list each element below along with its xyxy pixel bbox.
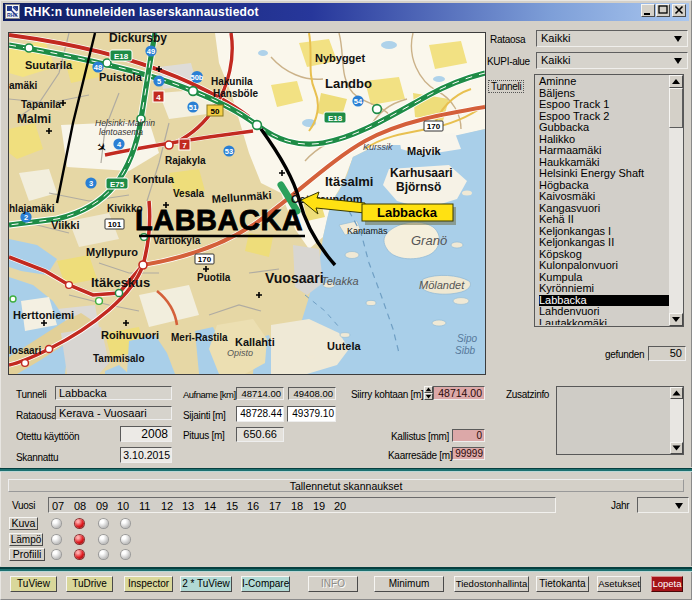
svg-text:170: 170 (198, 255, 212, 264)
svg-text:50b: 50b (191, 73, 204, 82)
svg-text:losaari: losaari (9, 345, 41, 356)
svg-text:Telakka: Telakka (321, 275, 359, 287)
svg-text:7: 7 (182, 141, 187, 150)
svg-text:Granö: Granö (411, 233, 447, 248)
svg-text:Sipo: Sipo (457, 333, 477, 344)
svg-text:50: 50 (211, 107, 220, 116)
svg-text:Rajakyla: Rajakyla (165, 155, 206, 166)
svg-text:Kantamäs: Kantamäs (347, 226, 388, 236)
svg-text:170: 170 (427, 122, 441, 131)
svg-text:hlajamäki: hlajamäki (9, 203, 55, 214)
svg-text:E18: E18 (328, 114, 343, 123)
svg-text:amäki: amäki (9, 80, 38, 91)
svg-text:Tammisalo: Tammisalo (93, 353, 145, 364)
svg-text:Kontula: Kontula (133, 173, 175, 185)
svg-text:Herttoniemi: Herttoniemi (13, 309, 74, 321)
svg-text:RHK: RHK (7, 12, 18, 18)
svg-text:Opisto: Opisto (227, 348, 253, 358)
svg-text:Roihuvuori: Roihuvuori (101, 329, 159, 341)
svg-text:Majvik: Majvik (407, 145, 442, 157)
svg-text:Dickursby: Dickursby (109, 33, 167, 45)
svg-text:Landbo: Landbo (325, 76, 372, 91)
svg-text:Hansböle: Hansböle (213, 88, 258, 99)
svg-text:Kurssik: Kurssik (363, 142, 393, 152)
svg-text:lentoasema: lentoasema (99, 127, 143, 137)
svg-text:Hakunila: Hakunila (211, 76, 253, 87)
svg-text:Viikki: Viikki (51, 219, 80, 231)
svg-text:Tapanila: Tapanila (21, 99, 61, 110)
svg-text:49: 49 (147, 47, 155, 56)
svg-text:Vuosaari: Vuosaari (265, 270, 324, 286)
svg-text:53: 53 (225, 147, 233, 156)
svg-text:LABBACKA: LABBACKA (135, 204, 303, 236)
svg-text:Puotila: Puotila (197, 272, 231, 283)
svg-text:101: 101 (108, 220, 122, 229)
svg-text:Mölandet: Mölandet (419, 279, 465, 291)
svg-text:Itäsalmi: Itäsalmi (325, 174, 373, 189)
svg-text:Nybygget: Nybygget (315, 52, 365, 64)
svg-text:5: 5 (157, 77, 161, 86)
svg-text:2: 2 (24, 213, 28, 222)
svg-text:Björnsö: Björnsö (396, 180, 441, 194)
svg-text:54: 54 (354, 97, 363, 106)
svg-text:Malmi: Malmi (17, 112, 51, 126)
svg-text:E75: E75 (110, 180, 125, 189)
svg-text:Meri-Rastila: Meri-Rastila (171, 332, 228, 343)
svg-text:51: 51 (189, 103, 197, 112)
svg-text:4: 4 (156, 93, 161, 102)
svg-text:Karhusaari: Karhusaari (390, 166, 453, 180)
svg-text:E18: E18 (114, 52, 129, 61)
svg-text:Itäkeskus: Itäkeskus (91, 275, 150, 290)
svg-text:Myllypuro: Myllypuro (86, 246, 138, 258)
svg-text:Labbacka: Labbacka (377, 205, 438, 220)
svg-text:Suutarila: Suutarila (25, 59, 73, 71)
svg-text:Sibb: Sibb (455, 345, 475, 356)
svg-text:3: 3 (89, 179, 93, 188)
svg-text:Vesala: Vesala (173, 188, 205, 199)
svg-text:Uutela: Uutela (327, 340, 362, 352)
svg-text:Kallahti: Kallahti (235, 336, 275, 348)
svg-text:Puistola: Puistola (99, 71, 143, 83)
